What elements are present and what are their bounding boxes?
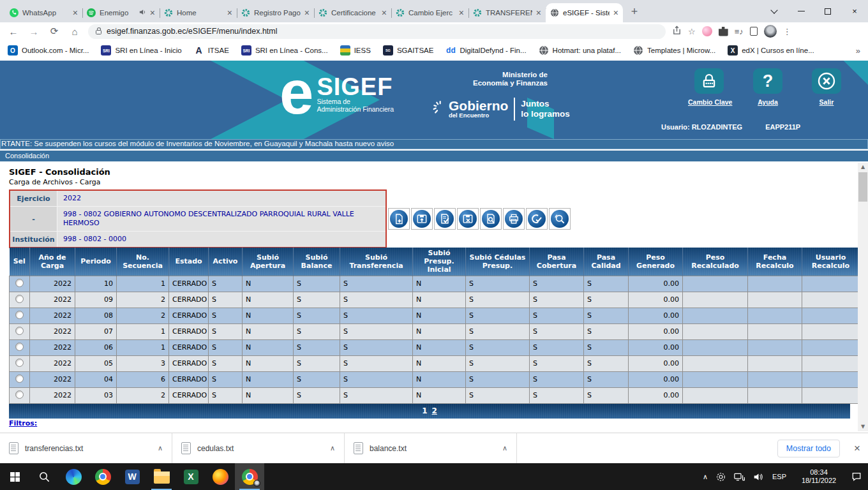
toolbar-save-upload-button[interactable] xyxy=(411,208,433,230)
taskbar-chrome-icon[interactable] xyxy=(88,463,117,490)
column-header[interactable]: Peso Recalculado xyxy=(683,248,748,276)
table-row[interactable]: 2022092CERRADOSNSSNSSS0.00 xyxy=(10,292,860,308)
table-row[interactable]: 2022071CERRADOSNSSNSSS0.00 xyxy=(10,323,860,339)
header-action-lock[interactable]: Cambio Clave xyxy=(688,68,730,106)
minimize-icon[interactable] xyxy=(788,0,814,22)
column-header[interactable]: Año de Carga xyxy=(30,248,75,276)
media-list-icon[interactable]: ≡♪ xyxy=(735,27,744,36)
row-select-radio[interactable] xyxy=(15,327,24,335)
column-header[interactable]: Pasa Cobertura xyxy=(530,248,584,276)
toolbar-approve-button[interactable] xyxy=(526,208,548,230)
row-select-radio[interactable] xyxy=(15,311,24,319)
column-header[interactable]: Subió Apertura xyxy=(243,248,294,276)
lock-icon[interactable] xyxy=(96,30,101,34)
toolbar-preview-button[interactable] xyxy=(480,208,502,230)
download-item[interactable]: balance.txt ∧ xyxy=(345,433,517,463)
bookmark-item[interactable]: IESS xyxy=(340,45,371,56)
column-header[interactable]: Usuario Recalculo xyxy=(802,248,860,276)
share-icon[interactable] xyxy=(672,26,682,37)
table-row[interactable]: 2022032CERRADOSNSSNSSS0.00 xyxy=(10,387,860,403)
column-header[interactable]: Pasa Calidad xyxy=(584,248,629,276)
table-row[interactable]: 2022053CERRADOSNSSNSSS0.00 xyxy=(10,355,860,371)
row-select-radio[interactable] xyxy=(15,359,24,367)
menu-consolidacion[interactable]: Consolidación xyxy=(0,151,868,161)
download-item[interactable]: cedulas.txt ∧ xyxy=(172,433,345,463)
taskbar-firefox-icon[interactable] xyxy=(206,463,235,490)
toolbar-validate-button[interactable] xyxy=(434,208,456,230)
new-tab-button[interactable]: + xyxy=(625,3,643,20)
bookmark-item[interactable]: OOutlook.com - Micr... xyxy=(8,45,89,56)
row-select-radio[interactable] xyxy=(15,375,24,383)
pagination-page-link[interactable]: 2 xyxy=(432,406,437,415)
scroll-down-icon[interactable]: ▼ xyxy=(858,422,868,431)
column-header[interactable]: No. Secuencia xyxy=(117,248,169,276)
profile-avatar[interactable] xyxy=(764,25,777,38)
tray-expand-icon[interactable]: ∧ xyxy=(703,473,708,481)
row-select-radio[interactable] xyxy=(15,295,24,303)
table-row[interactable]: 2022101CERRADOSNSSNSSS0.00 xyxy=(10,276,860,292)
meet-now-icon[interactable] xyxy=(716,472,726,482)
column-header[interactable]: Estado xyxy=(169,248,209,276)
menu-kebab-icon[interactable]: ⋮ xyxy=(783,27,791,36)
taskbar-edge-icon[interactable] xyxy=(59,463,88,490)
column-header[interactable]: Subió Cédulas Presup. xyxy=(466,248,530,276)
content-scrollbar[interactable]: ▲ ▼ xyxy=(858,163,868,431)
clock[interactable]: 08:34 18/11/2022 xyxy=(795,468,843,485)
column-header[interactable]: Activo xyxy=(209,248,243,276)
browser-tab[interactable]: Cambio Ejerc × xyxy=(391,3,468,22)
home-icon[interactable]: ⌂ xyxy=(68,26,82,37)
tab-close-icon[interactable]: × xyxy=(150,8,155,17)
browser-tab[interactable]: Enemigo × xyxy=(82,3,160,22)
table-row[interactable]: 2022061CERRADOSNSSNSSS0.00 xyxy=(10,339,860,355)
extension-icon[interactable] xyxy=(702,26,712,36)
bookmark-item[interactable]: Templates | Microw... xyxy=(633,45,715,56)
header-action-help[interactable]: ? Ayuda xyxy=(747,68,789,106)
action-label[interactable]: Salir xyxy=(805,98,848,106)
toolbar-delete-button[interactable] xyxy=(457,208,479,230)
action-label[interactable]: Ayuda xyxy=(747,98,789,106)
download-chevron-icon[interactable]: ∧ xyxy=(158,444,163,452)
bookmark-item[interactable]: XedX | Cursos en líne... xyxy=(728,45,814,56)
download-item[interactable]: transferencias.txt ∧ xyxy=(0,433,172,463)
tab-audio-icon[interactable] xyxy=(138,8,146,17)
header-action-exit[interactable]: Salir xyxy=(805,68,848,106)
tab-close-icon[interactable]: × xyxy=(382,8,387,17)
toolbar-print-button[interactable] xyxy=(503,208,525,230)
taskbar-search-icon[interactable] xyxy=(29,463,59,490)
bookmark-item[interactable]: ddDigitalDefynd - Fin... xyxy=(445,45,526,56)
taskbar-excel-icon[interactable]: X xyxy=(176,463,206,490)
extensions-puzzle-icon[interactable] xyxy=(719,27,728,36)
browser-tab[interactable]: Registro Pago × xyxy=(237,3,314,22)
tab-close-icon[interactable]: × xyxy=(613,8,618,17)
column-header[interactable]: Peso Generado xyxy=(629,248,683,276)
exit-icon[interactable] xyxy=(812,68,841,94)
scrollbar-thumb[interactable] xyxy=(858,172,867,202)
back-icon[interactable]: ← xyxy=(6,26,20,37)
column-header[interactable]: Subió Balance xyxy=(294,248,340,276)
taskbar-chrome-active-icon[interactable] xyxy=(235,463,264,490)
toolbar-recalculate-button[interactable] xyxy=(549,208,571,230)
bookmark-item[interactable]: SGSGAITSAE xyxy=(383,45,434,56)
download-chevron-icon[interactable]: ∧ xyxy=(330,444,335,452)
toolbar-create-button[interactable] xyxy=(388,208,410,230)
bookmark-item[interactable]: SRISRI en Línea - Inicio xyxy=(101,45,181,56)
notification-center-icon[interactable] xyxy=(851,471,862,482)
browser-tab[interactable]: Home × xyxy=(160,3,237,22)
action-label[interactable]: Cambio Clave xyxy=(688,98,730,106)
reload-icon[interactable]: ⟳ xyxy=(47,26,61,37)
bookmarks-overflow-icon[interactable]: » xyxy=(856,46,860,56)
browser-tab[interactable]: eSIGEF - Siste × xyxy=(546,3,623,22)
column-header[interactable]: Fecha Recalculo xyxy=(748,248,802,276)
column-header[interactable]: Subió Transferencia xyxy=(340,248,413,276)
bookmark-item[interactable]: AITSAE xyxy=(194,45,229,56)
url-field[interactable]: esigef.finanzas.gob.ec/eSIGEF/menu/index… xyxy=(88,24,666,39)
filters-link[interactable]: Filtros: xyxy=(9,419,37,427)
download-chevron-icon[interactable]: ∧ xyxy=(502,444,507,452)
tab-close-icon[interactable]: × xyxy=(73,8,78,17)
tab-close-icon[interactable]: × xyxy=(227,8,232,17)
bookmark-item[interactable]: Hotmart: una plataf... xyxy=(539,45,621,56)
forward-icon[interactable]: → xyxy=(27,26,41,37)
downloads-close-icon[interactable]: × xyxy=(854,442,860,455)
taskbar-explorer-icon[interactable] xyxy=(147,463,176,490)
language-indicator[interactable]: ESP xyxy=(772,473,786,480)
